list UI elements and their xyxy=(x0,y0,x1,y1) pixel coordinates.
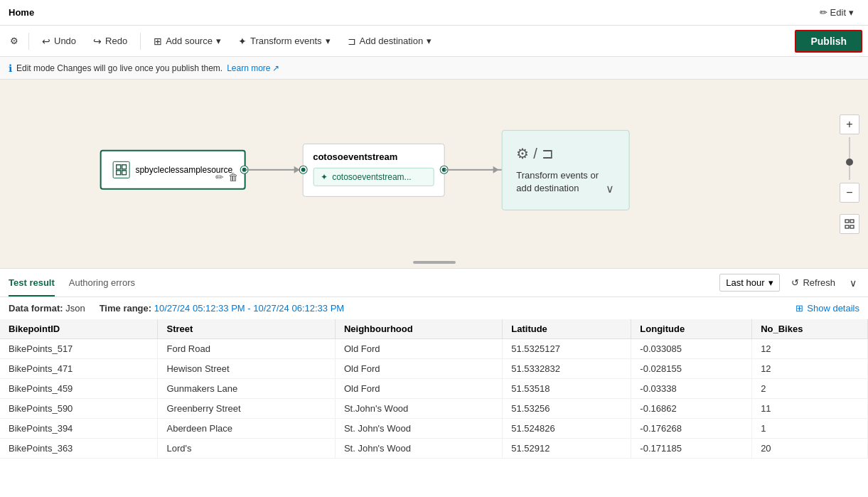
undo-icon: ↩ xyxy=(42,36,50,47)
transform-events-button[interactable]: ✦ Transform events ▾ xyxy=(231,31,338,51)
stream-node-body: ✦ cotosoeventstream... xyxy=(313,168,434,186)
show-details-icon: ⊞ xyxy=(795,303,803,314)
table-row: BikePoints_590Greenberry StreetSt.John's… xyxy=(0,399,868,419)
col-header-latitude: Latitude xyxy=(503,319,631,339)
tab-test-result[interactable]: Test result xyxy=(9,270,55,296)
add-destination-chevron-icon: ▾ xyxy=(427,36,432,46)
table-row: BikePoints_471Hewison StreetOld Ford51.5… xyxy=(0,359,868,379)
edit-banner: ℹ Edit mode Changes will go live once yo… xyxy=(0,57,868,80)
redo-label: Redo xyxy=(105,36,127,46)
info-icon: ℹ xyxy=(9,63,12,74)
zoom-fit-button[interactable] xyxy=(840,214,859,234)
zoom-in-button[interactable]: + xyxy=(840,114,859,134)
col-header-neighbourhood: Neighbourhood xyxy=(335,319,502,339)
show-details-button[interactable]: ⊞ Show details xyxy=(795,303,859,314)
stream-body-label: cotosoeventstream... xyxy=(332,172,411,182)
svg-rect-3 xyxy=(122,171,126,175)
destination-icon: ⊐ xyxy=(542,145,554,162)
publish-label: Publish xyxy=(810,36,847,47)
svg-rect-1 xyxy=(122,165,126,169)
add-source-chevron-icon: ▾ xyxy=(216,36,221,46)
svg-rect-6 xyxy=(845,225,849,228)
data-info-left: Data format: Json Time range: 10/27/24 0… xyxy=(9,303,344,314)
data-table: BikepointID Street Neighbourhood Latitud… xyxy=(0,319,868,497)
canvas-scrollbar xyxy=(413,261,456,264)
publish-button[interactable]: Publish xyxy=(795,30,862,53)
transform-node[interactable]: ⚙ / ⊐ Transform events or add destinatio… xyxy=(501,130,629,210)
stream-node[interactable]: cotosoeventstream ✦ cotosoeventstream... xyxy=(302,144,444,197)
svg-rect-0 xyxy=(116,165,120,169)
transform-events-label: Transform events xyxy=(250,36,322,46)
source-node-actions: ✏ 🗑 xyxy=(215,171,238,183)
table-header-row: BikepointID Street Neighbourhood Latitud… xyxy=(0,319,868,339)
transform-node-text: Transform events or add destination xyxy=(516,169,599,195)
zoom-out-button[interactable]: − xyxy=(840,183,859,203)
edit-chevron-icon: ▾ xyxy=(849,7,854,18)
svg-rect-7 xyxy=(850,225,854,228)
toolbar: ⚙ ↩ Undo ↪ Redo ⊞ Add source ▾ ✦ Transfo… xyxy=(0,26,868,57)
toolbar-separator-2 xyxy=(140,33,141,50)
transform-chevron-icon: ∨ xyxy=(606,181,614,195)
tabs-right: Last hour ▾ ↺ Refresh ∨ xyxy=(719,274,859,292)
svg-rect-4 xyxy=(845,220,849,223)
data-format-value: Json xyxy=(65,303,85,314)
refresh-button[interactable]: ↺ Refresh xyxy=(786,274,841,291)
transform-events-chevron-icon: ▾ xyxy=(326,36,331,46)
add-source-button[interactable]: ⊞ Add source ▾ xyxy=(146,31,228,51)
settings-button[interactable]: ⚙ xyxy=(6,31,23,50)
transform-events-icon: ✦ xyxy=(238,36,247,47)
add-destination-button[interactable]: ⊐ Add destination ▾ xyxy=(341,31,439,51)
time-range-value: 10/27/24 05:12:33 PM - 10/27/24 06:12:33… xyxy=(154,303,344,314)
connector-1 xyxy=(245,169,302,171)
results-table: BikepointID Street Neighbourhood Latitud… xyxy=(0,319,868,459)
tab-authoring-errors[interactable]: Authoring errors xyxy=(69,270,135,296)
col-header-street: Street xyxy=(158,319,335,339)
toolbar-separator xyxy=(28,33,29,50)
data-format-group: Data format: Json xyxy=(9,303,85,314)
time-select-value: Last hour xyxy=(726,277,764,288)
refresh-icon: ↺ xyxy=(791,277,799,288)
learn-more-label: Learn more xyxy=(227,63,270,73)
panel-chevron-button[interactable]: ∨ xyxy=(847,274,859,292)
source-edit-button[interactable]: ✏ xyxy=(215,171,224,183)
col-header-nobikes: No_Bikes xyxy=(752,319,868,339)
table-row: BikePoints_517Ford RoadOld Ford51.532512… xyxy=(0,339,868,359)
refresh-label: Refresh xyxy=(803,277,835,288)
time-select[interactable]: Last hour ▾ xyxy=(719,274,780,292)
table-row: BikePoints_363Lord'sSt. John's Wood51.52… xyxy=(0,439,868,459)
col-header-longitude: Longitude xyxy=(631,319,752,339)
undo-label: Undo xyxy=(54,36,76,46)
add-source-label: Add source xyxy=(166,36,213,46)
settings-icon: ⚙ xyxy=(10,36,18,46)
col-header-bikepointid: BikepointID xyxy=(0,319,158,339)
redo-button[interactable]: ↪ Redo xyxy=(86,31,134,51)
external-link-icon: ↗ xyxy=(272,63,279,73)
add-destination-label: Add destination xyxy=(360,36,424,46)
edit-label: Edit xyxy=(830,7,846,18)
show-details-label: Show details xyxy=(807,303,859,314)
page-title: Home xyxy=(9,7,34,18)
transform-line1: Transform events or xyxy=(516,169,599,182)
source-delete-button[interactable]: 🗑 xyxy=(228,171,238,183)
time-range-group: Time range: 10/27/24 05:12:33 PM - 10/27… xyxy=(100,303,344,314)
zoom-slider[interactable] xyxy=(849,137,850,180)
bottom-panel: Test result Authoring errors Last hour ▾… xyxy=(0,268,868,497)
edit-button[interactable]: ✏ Edit ▾ xyxy=(814,4,859,21)
transform-node-icons: ⚙ / ⊐ xyxy=(516,145,599,162)
flow-container: spbycleclessamplesource ✏ 🗑 cotosoevents… xyxy=(100,130,629,210)
tabs-row: Test result Authoring errors Last hour ▾… xyxy=(0,269,868,297)
edit-banner-message: Edit mode Changes will go live once you … xyxy=(16,63,223,73)
transform-line2: add destination xyxy=(516,182,599,195)
stream-node-dot-left xyxy=(299,166,306,173)
table-row: BikePoints_394Aberdeen PlaceSt. John's W… xyxy=(0,419,868,439)
time-select-chevron-icon: ▾ xyxy=(768,277,773,288)
learn-more-link[interactable]: Learn more ↗ xyxy=(227,63,279,73)
source-node-icon xyxy=(112,161,129,178)
pencil-icon: ✏ xyxy=(820,7,827,18)
zoom-slider-thumb xyxy=(846,159,853,166)
canvas: spbycleclessamplesource ✏ 🗑 cotosoevents… xyxy=(0,80,868,268)
table-row: BikePoints_459Gunmakers LaneOld Ford51.5… xyxy=(0,379,868,399)
redo-icon: ↪ xyxy=(93,36,102,47)
source-node[interactable]: spbycleclessamplesource ✏ 🗑 xyxy=(100,150,245,190)
undo-button[interactable]: ↩ Undo xyxy=(35,31,83,51)
